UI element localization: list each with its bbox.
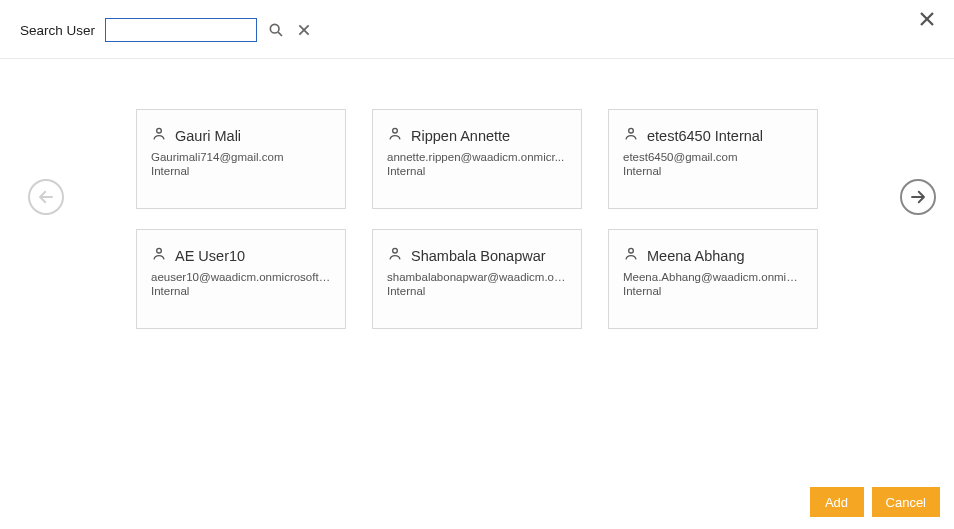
- svg-point-9: [393, 128, 398, 133]
- user-name: Rippen Annette: [411, 128, 510, 144]
- person-icon: [623, 126, 639, 145]
- user-email: shambalabonapwar@waadicm.on...: [387, 271, 567, 283]
- svg-point-0: [270, 24, 279, 33]
- search-header: Search User: [0, 0, 954, 59]
- svg-point-10: [629, 128, 634, 133]
- svg-point-11: [157, 248, 162, 253]
- person-icon: [623, 246, 639, 265]
- user-type: Internal: [151, 285, 331, 297]
- user-name: etest6450 Internal: [647, 128, 763, 144]
- user-name: Meena Abhang: [647, 248, 745, 264]
- user-card[interactable]: Gauri Mali Gaurimali714@gmail.com Intern…: [136, 109, 346, 209]
- user-type: Internal: [623, 165, 803, 177]
- prev-page-button[interactable]: [28, 179, 64, 215]
- user-card[interactable]: etest6450 Internal etest6450@gmail.com I…: [608, 109, 818, 209]
- user-card[interactable]: Shambala Bonapwar shambalabonapwar@waadi…: [372, 229, 582, 329]
- person-icon: [151, 126, 167, 145]
- svg-point-8: [157, 128, 162, 133]
- clear-search-icon[interactable]: [295, 21, 313, 39]
- add-button[interactable]: Add: [810, 487, 864, 517]
- close-icon[interactable]: [918, 10, 940, 32]
- user-card[interactable]: AE User10 aeuser10@waadicm.onmicrosoft..…: [136, 229, 346, 329]
- svg-point-12: [393, 248, 398, 253]
- user-type: Internal: [387, 285, 567, 297]
- user-type: Internal: [151, 165, 331, 177]
- user-email: Gaurimali714@gmail.com: [151, 151, 331, 163]
- user-cards-grid: Gauri Mali Gaurimali714@gmail.com Intern…: [80, 109, 874, 329]
- user-email: Meena.Abhang@waadicm.onmicr...: [623, 271, 803, 283]
- cancel-button[interactable]: Cancel: [872, 487, 940, 517]
- user-name: AE User10: [175, 248, 245, 264]
- user-email: etest6450@gmail.com: [623, 151, 803, 163]
- user-email: annette.rippen@waadicm.onmicr...: [387, 151, 567, 163]
- user-name: Shambala Bonapwar: [411, 248, 546, 264]
- user-type: Internal: [623, 285, 803, 297]
- person-icon: [387, 126, 403, 145]
- dialog-footer: Add Cancel: [810, 487, 940, 517]
- user-card[interactable]: Rippen Annette annette.rippen@waadicm.on…: [372, 109, 582, 209]
- person-icon: [387, 246, 403, 265]
- user-pager: Gauri Mali Gaurimali714@gmail.com Intern…: [0, 59, 954, 329]
- next-page-button[interactable]: [900, 179, 936, 215]
- search-input[interactable]: [105, 18, 257, 42]
- user-type: Internal: [387, 165, 567, 177]
- svg-line-1: [278, 32, 282, 36]
- user-email: aeuser10@waadicm.onmicrosoft....: [151, 271, 331, 283]
- search-icon[interactable]: [267, 21, 285, 39]
- search-label: Search User: [20, 23, 95, 38]
- svg-point-13: [629, 248, 634, 253]
- person-icon: [151, 246, 167, 265]
- user-name: Gauri Mali: [175, 128, 241, 144]
- user-card[interactable]: Meena Abhang Meena.Abhang@waadicm.onmicr…: [608, 229, 818, 329]
